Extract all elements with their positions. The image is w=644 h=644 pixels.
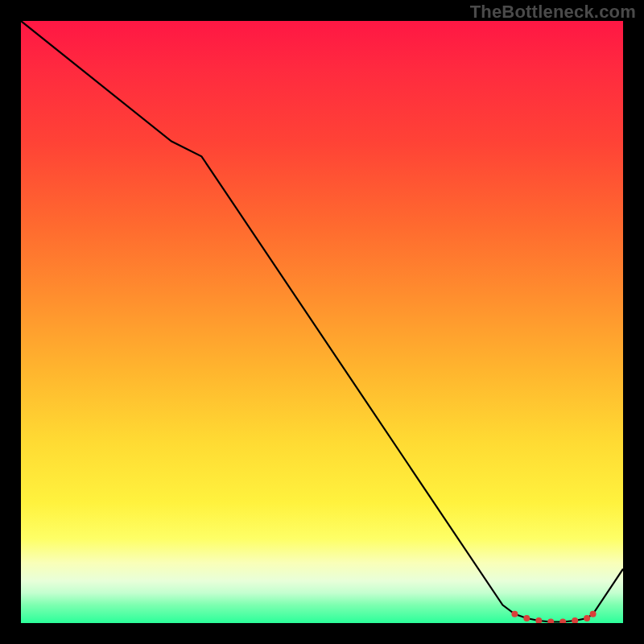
data-marker — [584, 615, 590, 621]
data-marker — [511, 611, 518, 617]
data-marker — [559, 619, 566, 624]
plot-area — [21, 21, 623, 623]
data-marker — [572, 617, 578, 623]
data-marker — [590, 611, 597, 617]
line-chart — [21, 21, 623, 623]
curve-path — [21, 21, 623, 622]
watermark-label: TheBottleneck.com — [470, 2, 636, 23]
data-marker — [523, 615, 530, 621]
chart-stage: TheBottleneck.com — [0, 0, 644, 644]
data-marker — [547, 619, 554, 624]
data-marker — [535, 617, 542, 623]
chart-layer — [21, 21, 623, 623]
